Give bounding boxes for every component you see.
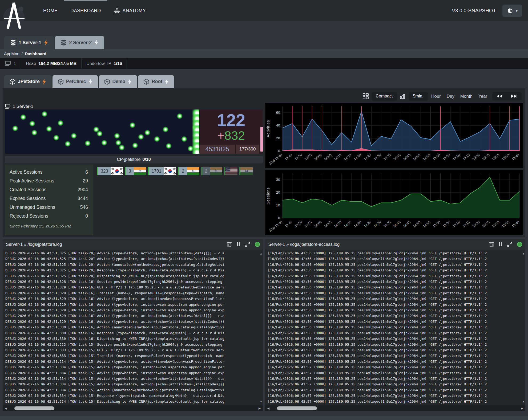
- session-stats-since: Since February 15, 2026 9:55 PM: [10, 224, 88, 229]
- log-line: [16/Feb/2026:06:42:56 +0000] 125.189.95.…: [268, 267, 521, 273]
- pause-icon[interactable]: [499, 242, 502, 247]
- trash-icon[interactable]: [489, 242, 494, 247]
- session-stat-label: Unmanaged Sessions: [10, 203, 55, 212]
- server-tab-1[interactable]: 1 Server-1: [4, 36, 54, 49]
- app-tabs: JPetStorePetClinicDemoRoot: [0, 75, 528, 88]
- svg-text:15:10: 15:10: [452, 153, 461, 161]
- log-line: DEBUG 2026-02-16 06:42:51.325 [TOW task-…: [5, 262, 258, 267]
- horizontal-scrollbar[interactable]: ◀▶: [265, 405, 526, 411]
- svg-text:14:45: 14:45: [402, 153, 411, 161]
- country-badge-kr[interactable]: 1701: [148, 167, 176, 175]
- server-panel-title: 1 Server-1: [5, 103, 263, 109]
- svg-text:13:45: 13:45: [284, 153, 293, 161]
- log-panel-access: Server-1 » /logs/jpetstore-access.log[16…: [265, 239, 526, 411]
- log-line: DEBUG 2026-02-16 06:42:51.325 [TOW task-…: [5, 273, 258, 279]
- log-line: [16/Feb/2026:06:42:56 +0000] 125.189.95.…: [268, 279, 521, 284]
- activity-dot: [71, 133, 77, 139]
- session-gauge-bar: [260, 127, 263, 152]
- time-range-buttons: 5min.HourDayMonthYear: [409, 92, 490, 101]
- country-badge-us[interactable]: [224, 167, 237, 175]
- svg-text:15:15: 15:15: [462, 220, 471, 228]
- nav-item-anatomy[interactable]: ANATOMY: [107, 0, 152, 21]
- country-badge-in[interactable]: [239, 167, 253, 175]
- activity-dot: [42, 111, 47, 117]
- nav-item-label: ANATOMY: [123, 8, 146, 14]
- session-stat-label: Expired Sessions: [10, 194, 46, 203]
- scroll-left-icon[interactable]: ◀: [3, 407, 9, 410]
- country-badge-in[interactable]: 2: [201, 167, 222, 175]
- svg-text:14:15: 14:15: [343, 220, 352, 228]
- app-tab-petclinic[interactable]: PetClinic: [53, 75, 98, 88]
- pause-icon[interactable]: [237, 242, 240, 247]
- scroll-down-icon[interactable]: ▼: [260, 399, 262, 404]
- expand-icon[interactable]: [507, 242, 512, 247]
- app-tab-jpetstore[interactable]: JPetStore: [4, 75, 51, 88]
- session-stat-label: Peak Active Sessions: [10, 177, 54, 185]
- trash-icon[interactable]: [227, 242, 232, 247]
- heap-value: 164.2 MB/247.5 MB: [38, 61, 76, 66]
- rewind-button[interactable]: [492, 92, 507, 100]
- log-line: [16/Feb/2026:06:42:56 +0000] 125.189.95.…: [268, 302, 521, 307]
- scroll-up-icon[interactable]: ▲: [260, 251, 262, 256]
- scroll-left-icon[interactable]: ◀: [265, 407, 272, 410]
- flag-icon-us: [225, 167, 237, 175]
- horizontal-scrollbar[interactable]: ◀▶: [3, 405, 263, 411]
- theme-toggle-button[interactable]: ▼: [502, 5, 522, 17]
- scrollbar-track[interactable]: [9, 405, 256, 411]
- status-bar: 1 Heap 164.2 MB/247.5 MB Undertow TP 1/1…: [0, 58, 528, 69]
- layout-grid-icon[interactable]: [362, 93, 369, 99]
- activity-dot: [65, 141, 71, 147]
- log-panel-title: Server-1 » /logs/jpetstore.log: [6, 242, 62, 247]
- activity-dot: [53, 135, 59, 141]
- session-stat-value: 3444: [78, 194, 88, 203]
- log-line: DEBUG 2026-02-16 06:42:51.334 [TOW task-…: [5, 376, 258, 381]
- time-range-hour[interactable]: Hour: [429, 92, 443, 101]
- svg-text:14:10: 14:10: [333, 153, 342, 161]
- time-range-month[interactable]: Month: [458, 92, 475, 101]
- session-stat-value: 6: [85, 168, 88, 177]
- svg-text:14:20: 14:20: [353, 220, 362, 228]
- app-tab-root[interactable]: Root: [138, 75, 174, 88]
- server-tab-2[interactable]: 2 Server-2: [55, 36, 104, 49]
- time-range-day[interactable]: Day: [444, 92, 457, 101]
- bar-chart-icon[interactable]: [400, 93, 406, 99]
- sessions-chart[interactable]: 01020302/16 13:4013:4513:5013:5514:0014:…: [265, 170, 523, 235]
- log-output[interactable]: [16/Feb/2026:06:42:56 +0000] 125.189.95.…: [265, 250, 526, 405]
- activities-chart[interactable]: 02040602/16 13:4013:4513:5013:5514:0014:…: [265, 103, 523, 168]
- nav-item-home[interactable]: HOME: [37, 0, 64, 21]
- scroll-right-icon[interactable]: ▶: [256, 407, 263, 410]
- session-stat-label: Created Sessions: [10, 185, 46, 194]
- session-stat-row: Rejected Sessions0: [10, 212, 88, 221]
- scroll-down-icon[interactable]: ▼: [523, 399, 524, 404]
- expand-icon[interactable]: [245, 242, 250, 247]
- country-badge-kr[interactable]: 323: [97, 167, 123, 175]
- flag-icon-kr: [164, 167, 176, 175]
- scroll-up-icon[interactable]: ▲: [523, 251, 524, 256]
- log-output[interactable]: DEBUG 2026-02-16 06:42:51.325 [TOW task-…: [3, 250, 263, 405]
- badge-count: 3: [126, 167, 134, 175]
- live-indicator-icon[interactable]: [517, 242, 522, 247]
- scrollbar-thumb[interactable]: [14, 406, 54, 410]
- time-range-year[interactable]: Year: [476, 92, 490, 101]
- skip-to-latest-button[interactable]: [507, 92, 522, 100]
- svg-text:40: 40: [276, 123, 280, 127]
- log-line: [16/Feb/2026:06:42:56 +0000] 125.189.95.…: [268, 313, 521, 319]
- log-line: [16/Feb/2026:06:42:56 +0000] 125.189.95.…: [268, 296, 521, 301]
- scrollbar-track[interactable]: [272, 405, 519, 411]
- session-stat-row: Active Sessions6: [10, 168, 88, 177]
- live-indicator-icon[interactable]: [255, 242, 260, 247]
- scrollbar-thumb[interactable]: [277, 406, 317, 410]
- nav-item-dashboard[interactable]: DASHBOARD: [64, 0, 107, 21]
- log-line: [16/Feb/2026:06:42:57 +0000] 125.189.95.…: [268, 399, 521, 404]
- svg-text:20: 20: [276, 190, 280, 194]
- svg-text:14:50: 14:50: [412, 153, 421, 161]
- app-tab-demo[interactable]: Demo: [99, 75, 137, 88]
- compact-button[interactable]: Compact: [372, 92, 397, 101]
- breadcrumb-parent[interactable]: AppMon: [4, 51, 19, 56]
- country-badge-in[interactable]: 2: [178, 167, 199, 175]
- log-line: DEBUG 2026-02-16 06:42:51.329 [TOW task-…: [5, 302, 258, 307]
- aspectran-logo[interactable]: [3, 1, 25, 31]
- time-range-5min[interactable]: 5min.: [409, 92, 428, 101]
- scroll-right-icon[interactable]: ▶: [519, 407, 525, 410]
- country-badge-in[interactable]: 3: [125, 167, 146, 175]
